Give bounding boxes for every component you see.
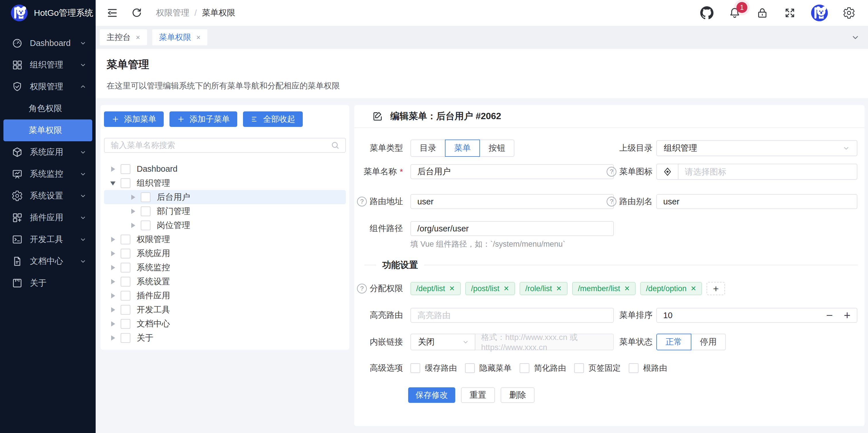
tree-checkbox[interactable] [121,249,130,258]
tree-row[interactable]: 权限管理 [104,232,346,246]
remove-tag-icon[interactable]: ✕ [624,284,630,292]
route-alias-input[interactable] [656,194,857,209]
menu-type-option-button[interactable]: 按钮 [479,140,515,157]
help-icon[interactable]: ? [357,197,367,207]
caret-right-icon[interactable] [130,223,135,228]
remove-tag-icon[interactable]: ✕ [449,284,455,292]
sidebar-item-menu-permission[interactable]: 菜单权限 [3,119,92,141]
increment-icon[interactable]: + [844,310,850,321]
sidebar-item-dashboard[interactable]: Dashboard [0,32,96,54]
delete-button[interactable]: 删除 [501,388,534,403]
lock-icon[interactable] [756,7,769,19]
tree-checkbox[interactable] [141,207,151,216]
breadcrumb-item[interactable]: 权限管理 [156,7,189,19]
tree-search-input[interactable] [111,141,330,150]
tree-row[interactable]: Dashboard [104,162,346,176]
reset-button[interactable]: 重置 [461,388,495,403]
parent-dir-select[interactable]: 组织管理 [656,140,857,156]
tree-checkbox[interactable] [121,235,130,244]
menu-type-option-directory[interactable]: 目录 [410,140,445,157]
sidebar-item-system-monitor[interactable]: 系统监控 [0,163,96,185]
caret-right-icon[interactable] [110,321,116,327]
add-submenu-button[interactable]: 添加子菜单 [169,112,237,127]
add-menu-button[interactable]: 添加菜单 [104,112,164,127]
tree-row[interactable]: 岗位管理 [104,218,346,232]
sidebar-item-about[interactable]: 关于 [0,272,96,294]
iframe-mode-select[interactable]: 关闭 [410,334,475,350]
sidebar-item-system-settings[interactable]: 系统设置 [0,185,96,207]
caret-right-icon[interactable] [110,335,116,341]
caret-right-icon[interactable] [110,307,116,312]
github-icon[interactable] [700,6,713,20]
refresh-icon[interactable] [131,7,143,19]
caret-right-icon[interactable] [110,166,116,172]
icon-picker-button[interactable] [656,164,678,180]
checkbox[interactable] [629,363,639,373]
tree-row[interactable]: 关于 [104,331,346,345]
save-button[interactable]: 保存修改 [408,388,455,403]
menu-name-input[interactable] [410,164,614,179]
status-option-disabled[interactable]: 停用 [691,334,726,350]
tree-checkbox[interactable] [121,178,130,188]
menu-sort-value[interactable]: 10 [663,311,673,320]
tree-checkbox[interactable] [141,192,151,202]
add-permission-button[interactable]: + [707,282,725,295]
tree-checkbox[interactable] [121,333,130,343]
tree-checkbox[interactable] [121,305,130,315]
caret-right-icon[interactable] [110,265,116,270]
checkbox[interactable] [465,363,475,373]
caret-right-icon[interactable] [130,209,135,214]
tree-row[interactable]: 组织管理 [104,176,346,190]
help-icon[interactable]: ? [607,197,616,207]
sidebar-item-system-app[interactable]: 系统应用 [0,141,96,163]
remove-tag-icon[interactable]: ✕ [503,284,509,292]
tree-row[interactable]: 系统监控 [104,260,346,275]
tree-row[interactable]: 系统应用 [104,246,346,260]
close-icon[interactable]: × [136,33,140,42]
route-path-input[interactable] [410,194,614,209]
help-icon[interactable]: ? [357,284,367,293]
settings-gear-icon[interactable] [843,7,855,19]
checkbox[interactable] [520,363,529,373]
close-icon[interactable]: × [196,33,201,42]
sidebar-item-docs[interactable]: 文档中心 [0,250,96,272]
decrement-icon[interactable]: − [826,310,833,321]
user-avatar[interactable] [811,5,828,21]
tree-row[interactable]: 系统设置 [104,275,346,288]
tree-checkbox[interactable] [121,319,130,329]
tree-checkbox[interactable] [121,164,130,174]
tab-menu-permission[interactable]: 菜单权限 × [152,29,208,45]
menu-fold-icon[interactable] [106,7,119,19]
fullscreen-icon[interactable] [783,7,796,19]
caret-right-icon[interactable] [110,237,116,242]
highlight-route-input[interactable] [410,308,614,323]
tree-row[interactable]: 部门管理 [104,204,346,218]
sidebar-item-org[interactable]: 组织管理 [0,54,96,76]
notifications-bell-icon[interactable]: 1 [728,7,741,19]
collapse-all-button[interactable]: 全部收起 [243,112,303,127]
remove-tag-icon[interactable]: ✕ [690,284,696,292]
component-path-input[interactable] [410,221,614,236]
checkbox[interactable] [574,363,584,373]
status-option-normal[interactable]: 正常 [656,334,691,350]
caret-right-icon[interactable] [130,195,135,200]
sidebar-item-plugin-app[interactable]: 插件应用 [0,207,96,228]
app-logo-row[interactable]: HotGo管理系统 [0,0,96,26]
tree-row[interactable]: 文档中心 [104,317,346,331]
tree-checkbox[interactable] [141,220,151,230]
checkbox[interactable] [410,363,420,373]
help-icon[interactable]: ? [607,167,616,177]
tree-row[interactable]: 开发工具 [104,303,346,317]
caret-down-icon[interactable] [110,181,116,186]
sidebar-item-permission[interactable]: 权限管理 [0,76,96,98]
tab-list-chevron-icon[interactable] [850,32,861,42]
tree-checkbox[interactable] [121,277,130,286]
tree-checkbox[interactable] [121,263,130,273]
caret-right-icon[interactable] [110,293,116,298]
tree-row-selected[interactable]: 后台用户 [104,190,346,204]
tree-checkbox[interactable] [121,291,130,301]
sidebar-item-role-permission[interactable]: 角色权限 [0,98,96,119]
caret-right-icon[interactable] [110,251,116,256]
menu-icon-input[interactable] [678,164,857,180]
tab-dashboard-console[interactable]: 主控台 × [100,29,147,45]
